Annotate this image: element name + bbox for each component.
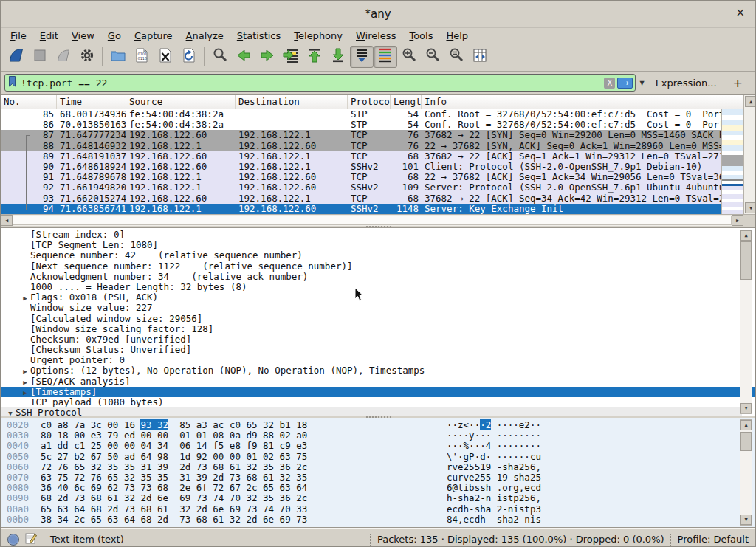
menu-wireless[interactable]: Wireless — [349, 30, 402, 42]
column-header-time[interactable]: Time — [57, 95, 126, 109]
scroll-left-arrow[interactable]: ◀ — [1, 215, 13, 226]
detail-line[interactable]: 1000 .... = Header Length: 32 bytes (8) — [1, 282, 755, 292]
clear-filter-button[interactable]: X — [604, 78, 615, 89]
detail-line[interactable]: ▶[Timestamps] — [1, 387, 755, 397]
capture-comment-icon[interactable] — [25, 532, 37, 546]
detail-line[interactable]: [TCP Segment Len: 1080] — [1, 240, 755, 250]
display-filter-input[interactable]: !tcp.port == 22 X → — [4, 74, 636, 92]
detail-line[interactable]: ▼SSH Protocol — [1, 407, 742, 416]
detail-line[interactable]: [Stream index: 0] — [1, 230, 755, 240]
capture-options-button[interactable] — [75, 46, 99, 68]
hex-row-00b0[interactable]: 00b038 34 2c 65 63 64 68 2d 73 68 61 32 … — [1, 515, 755, 525]
scroll-down-arrow[interactable]: ▼ — [740, 515, 752, 525]
packet-list-hscrollbar[interactable]: ◀ ▶ — [1, 214, 743, 226]
hex-row-0090[interactable]: 009068 2d 73 68 61 32 2d 6e 69 73 74 70 … — [1, 493, 755, 503]
packet-row-93[interactable]: 9371.662015274192.168.122.60192.168.122.… — [1, 193, 721, 204]
expand-arrow[interactable]: ▶ — [20, 366, 30, 376]
title-bar[interactable]: *any × — [1, 1, 755, 28]
filter-history-dropdown[interactable]: ▼ — [636, 80, 647, 86]
column-header-source[interactable]: Source — [126, 95, 236, 109]
add-filter-button[interactable]: + — [724, 76, 752, 90]
scroll-up-arrow[interactable]: ▲ — [740, 420, 752, 430]
scroll-down-arrow[interactable]: ▼ — [740, 403, 752, 413]
hex-row-0070[interactable]: 007063 75 72 76 65 32 35 35 31 39 2d 73 … — [1, 472, 755, 483]
menu-file[interactable]: File — [4, 30, 33, 42]
column-header-no[interactable]: No. — [1, 95, 57, 109]
hex-row-0030[interactable]: 003080 18 00 e3 79 ed 00 00 01 01 08 0a … — [1, 430, 755, 441]
detail-line[interactable]: ▶Options: (12 bytes), No-Operation (NOP)… — [1, 365, 755, 376]
go-back-button[interactable] — [232, 46, 255, 68]
hex-row-00a0[interactable]: 00a065 63 64 68 2d 73 68 61 32 2d 6e 69 … — [1, 504, 755, 515]
zoom-in-button[interactable] — [397, 46, 421, 68]
go-to-bottom-button[interactable] — [326, 46, 350, 68]
hex-row-0050[interactable]: 00505c 27 b2 67 50 ad 64 98 1d 92 00 00 … — [1, 452, 755, 462]
expression-button[interactable]: Expression... — [648, 78, 724, 89]
restart-capture-button[interactable] — [52, 46, 75, 68]
column-header-destination[interactable]: Destination — [236, 95, 348, 109]
hscroll-track[interactable] — [13, 216, 732, 225]
packet-row-89[interactable]: 8971.648191037192.168.122.60192.168.122.… — [1, 151, 721, 162]
scroll-thumb[interactable] — [740, 432, 752, 451]
reload-file-button[interactable] — [177, 46, 201, 68]
menu-go[interactable]: Go — [101, 30, 128, 42]
detail-line[interactable]: [Calculated window size: 29056] — [1, 314, 755, 324]
menu-telephony[interactable]: Telephony — [287, 30, 349, 42]
go-to-packet-button[interactable] — [279, 46, 303, 68]
hex-row-0080[interactable]: 008036 40 6c 69 62 73 73 68 2e 6f 72 67 … — [1, 483, 755, 493]
go-to-top-button[interactable] — [303, 46, 326, 68]
detail-line[interactable]: Checksum: 0x79ed [unverified] — [1, 334, 755, 345]
column-header-protocol[interactable]: Protocol — [348, 95, 391, 109]
stop-capture-button[interactable] — [28, 46, 52, 68]
auto-scroll-toggle[interactable] — [350, 46, 374, 68]
packet-row-88[interactable]: 8871.648146932192.168.122.1192.168.122.6… — [1, 141, 721, 151]
details-scrollbar[interactable]: ▲ ▼ — [740, 230, 752, 414]
close-file-button[interactable] — [154, 46, 177, 68]
save-file-button[interactable]: 01010110 — [130, 46, 154, 68]
menu-edit[interactable]: Edit — [33, 30, 65, 42]
detail-line[interactable]: Acknowledgment number: 34 (relative ack … — [1, 272, 755, 282]
packet-row-90[interactable]: 9071.648618924192.168.122.60192.168.122.… — [1, 162, 721, 172]
expand-arrow[interactable]: ▶ — [20, 388, 30, 398]
start-capture-button[interactable] — [4, 46, 28, 68]
apply-filter-button[interactable]: → — [617, 78, 633, 89]
menu-tools[interactable]: Tools — [402, 30, 439, 42]
scroll-thumb[interactable] — [740, 241, 752, 280]
detail-line[interactable]: ▶[SEQ/ACK analysis] — [1, 376, 755, 387]
packet-row-92[interactable]: 9271.661949820192.168.122.1192.168.122.6… — [1, 182, 721, 193]
detail-line[interactable]: [Checksum Status: Unverified] — [1, 345, 755, 355]
hex-row-0040[interactable]: 0040a1 dd c1 25 00 00 04 34 06 14 f5 e8 … — [1, 441, 755, 451]
open-file-button[interactable] — [106, 46, 130, 68]
expand-arrow[interactable]: ▶ — [20, 377, 30, 388]
resize-columns-button[interactable] — [468, 46, 492, 68]
menu-help[interactable]: Help — [439, 30, 475, 42]
expert-info-icon[interactable] — [7, 534, 19, 546]
zoom-out-button[interactable] — [421, 46, 444, 68]
column-header-info[interactable]: Info — [422, 95, 743, 109]
packet-row-94[interactable]: 9471.663856741192.168.122.1192.168.122.6… — [1, 204, 721, 214]
packet-row-86[interactable]: 8670.013850163fe:54:00:d4:38:2aSTP54Conf… — [1, 120, 721, 130]
detail-line[interactable]: Urgent pointer: 0 — [1, 355, 755, 365]
packet-row-87[interactable]: 8771.647777234192.168.122.60192.168.122.… — [1, 130, 721, 140]
detail-line[interactable]: ▶Flags: 0x018 (PSH, ACK) — [1, 292, 755, 303]
find-packet-button[interactable] — [208, 46, 232, 68]
packet-row-91[interactable]: 9171.648789678192.168.122.1192.168.122.6… — [1, 172, 721, 182]
menu-analyze[interactable]: Analyze — [179, 30, 230, 42]
detail-line[interactable]: [Next sequence number: 1122 (relative se… — [1, 261, 755, 272]
hex-row-0060[interactable]: 006072 76 65 32 35 35 31 39 2d 73 68 61 … — [1, 462, 755, 472]
colorize-toggle[interactable] — [374, 46, 397, 68]
packet-list-vscrollbar[interactable]: ▲ ▼ — [743, 95, 756, 214]
bookmark-icon[interactable] — [7, 75, 17, 91]
packet-minimap[interactable] — [721, 109, 743, 214]
zoom-reset-button[interactable] — [444, 46, 468, 68]
detail-line[interactable]: Sequence number: 42 (relative sequence n… — [1, 250, 755, 261]
filter-text[interactable]: !tcp.port == 22 — [17, 78, 604, 89]
expand-arrow[interactable]: ▶ — [20, 293, 30, 303]
go-forward-button[interactable] — [255, 46, 279, 68]
packet-row-85[interactable]: 8568.001734936fe:54:00:d4:38:2aSTP54Conf… — [1, 109, 721, 120]
detail-line[interactable]: TCP payload (1080 bytes) — [1, 397, 755, 407]
column-header-length[interactable]: Length — [391, 95, 422, 109]
detail-line[interactable]: Window size value: 227 — [1, 303, 755, 313]
scroll-down-arrow[interactable]: ▼ — [745, 202, 756, 213]
scroll-up-arrow[interactable]: ▲ — [740, 230, 752, 241]
menu-statistics[interactable]: Statistics — [230, 30, 287, 42]
